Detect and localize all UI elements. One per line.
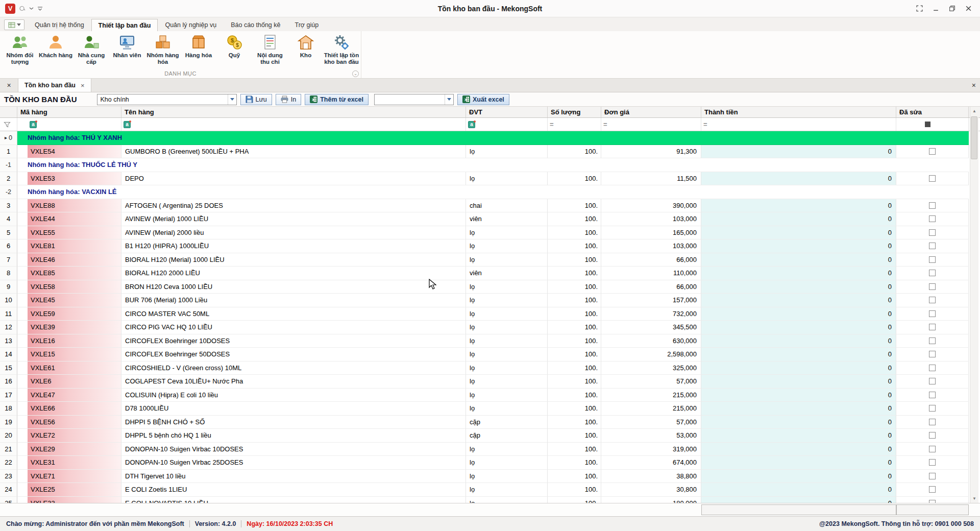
edited-checkbox[interactable] [929, 324, 936, 330]
cell-total[interactable]: 0 [701, 145, 896, 159]
cell-total[interactable]: 0 [701, 307, 896, 321]
cell-code[interactable]: VXLE88 [28, 199, 121, 213]
cell-code[interactable]: VXLE25 [28, 483, 121, 497]
cell-qty[interactable]: 100. [548, 334, 601, 348]
cell-code[interactable]: VXLE16 [28, 334, 121, 348]
cell-total[interactable]: 0 [701, 497, 896, 503]
cell-code[interactable]: VXLE66 [28, 402, 121, 416]
column-header-ten-hang[interactable]: Tên hàng [121, 107, 466, 117]
edited-checkbox[interactable] [929, 378, 936, 384]
edited-checkbox[interactable] [929, 351, 936, 357]
cell-total[interactable]: 0 [701, 239, 896, 253]
cell-total[interactable]: 0 [701, 334, 896, 348]
cell-name[interactable]: CIRCOFLEX Boehringer 50DOSES [121, 348, 466, 361]
row-number[interactable]: 19 [0, 416, 17, 429]
row-number[interactable]: 12 [0, 321, 17, 334]
cell-edited[interactable] [896, 389, 969, 402]
row-number[interactable]: 11 [0, 307, 17, 321]
ribbon-button-nha-cung-cap[interactable]: Nhà cung cấp [74, 33, 109, 70]
cell-price[interactable]: 103,000 [601, 239, 701, 253]
cell-code[interactable]: VXLE61 [28, 361, 121, 375]
cell-total[interactable]: 0 [701, 280, 896, 294]
ribbon-button-nhom-hang-hoa[interactable]: Nhóm hàng hóa [145, 33, 181, 70]
cell-edited[interactable] [896, 212, 969, 226]
cell-edited[interactable] [896, 321, 969, 334]
row-number[interactable]: 21 [0, 443, 17, 456]
edited-checkbox[interactable] [929, 215, 936, 222]
cell-total[interactable]: 0 [701, 267, 896, 280]
cell-edited[interactable] [896, 267, 969, 280]
save-button[interactable]: Lưu [240, 94, 272, 105]
cell-edited[interactable] [896, 280, 969, 294]
cell-edited[interactable] [896, 294, 969, 307]
edited-checkbox[interactable] [929, 243, 936, 249]
cell-price[interactable]: 11,500 [601, 172, 701, 186]
column-header-don-gia[interactable]: Đơn giá [601, 107, 701, 117]
cell-unit[interactable]: lọ [466, 443, 548, 456]
quick-access-circle-icon[interactable] [19, 5, 26, 12]
cell-unit[interactable]: lọ [466, 348, 548, 361]
cell-edited[interactable] [896, 361, 969, 375]
edited-checkbox[interactable] [929, 419, 936, 425]
document-tab-ton-kho-ban-dau[interactable]: Tồn kho ban đầu × [18, 79, 91, 92]
scrollbar-thumb[interactable] [971, 116, 977, 159]
cell-price[interactable]: 2,598,000 [601, 348, 701, 361]
ribbon-button-noi-dung-thu-chi[interactable]: Nội dung thu chi [252, 33, 288, 70]
cell-name[interactable]: CIRCOFLEX Boehringer 10DOSES [121, 334, 466, 348]
cell-qty[interactable]: 100. [548, 470, 601, 484]
cell-total[interactable]: 0 [701, 172, 896, 186]
cell-edited[interactable] [896, 239, 969, 253]
cell-total[interactable]: 0 [701, 416, 896, 429]
cell-total[interactable]: 0 [701, 321, 896, 334]
cell-qty[interactable]: 100. [548, 226, 601, 240]
restore-button[interactable] [945, 3, 959, 14]
cell-price[interactable]: 66,000 [601, 253, 701, 267]
edited-checkbox[interactable] [929, 486, 936, 493]
ribbon-tab-quan-ly-nghiep-vu[interactable]: Quản lý nghiệp vụ [158, 18, 224, 31]
cell-price[interactable]: 66,000 [601, 280, 701, 294]
ribbon-tab-quan-tri-he-thong[interactable]: Quản trị hệ thống [28, 18, 91, 31]
cell-name[interactable]: E COLI Zoetis 1LIEU [121, 483, 466, 497]
row-number[interactable]: 23 [0, 470, 17, 484]
cell-price[interactable]: 674,000 [601, 456, 701, 470]
cell-total[interactable]: 0 [701, 389, 896, 402]
cell-total[interactable]: 0 [701, 226, 896, 240]
combo-dropdown-icon[interactable] [445, 94, 453, 105]
edited-checkbox[interactable] [929, 365, 936, 371]
cell-code[interactable]: VXLE47 [28, 389, 121, 402]
cell-price[interactable]: 180,000 [601, 497, 701, 503]
cell-unit[interactable]: cặp [466, 416, 548, 429]
edited-checkbox[interactable] [929, 500, 936, 503]
cell-edited[interactable] [896, 443, 969, 456]
cell-price[interactable]: 38,800 [601, 470, 701, 484]
cell-edited[interactable] [896, 375, 969, 389]
column-header-da-sua[interactable]: Đã sửa [896, 107, 969, 117]
cell-name[interactable]: DEPO [121, 172, 466, 186]
row-number[interactable]: 7 [0, 253, 17, 267]
minimize-button[interactable] [929, 3, 942, 14]
row-number[interactable]: -2 [0, 185, 17, 199]
cell-code[interactable]: VXLE59 [28, 307, 121, 321]
filter-cell-da-sua[interactable] [896, 118, 969, 131]
edited-checkbox[interactable] [929, 148, 936, 155]
row-number[interactable]: 0 [0, 131, 17, 145]
edited-checkbox[interactable] [929, 459, 936, 466]
cell-total[interactable]: 0 [701, 402, 896, 416]
edited-checkbox[interactable] [929, 283, 936, 290]
cell-price[interactable]: 390,000 [601, 199, 701, 213]
cell-qty[interactable]: 100. [548, 389, 601, 402]
row-number[interactable]: 25 [0, 497, 17, 503]
cell-code[interactable]: VXLE81 [28, 239, 121, 253]
edited-checkbox[interactable] [929, 446, 936, 452]
cell-code[interactable]: VXLE58 [28, 280, 121, 294]
cell-edited[interactable] [896, 199, 969, 213]
cell-qty[interactable]: 100. [548, 267, 601, 280]
cell-name[interactable]: GUMBORO B (Greenvet) 500LIỀU + PHA [121, 145, 466, 159]
ribbon-group-launcher-icon[interactable]: ⌄ [352, 70, 359, 77]
cell-qty[interactable]: 100. [548, 294, 601, 307]
edited-checkbox[interactable] [929, 229, 936, 236]
group-row-label[interactable]: Nhóm hàng hóa: VACXIN LẺ [17, 185, 969, 199]
cell-price[interactable]: 630,000 [601, 334, 701, 348]
row-number[interactable]: 16 [0, 375, 17, 389]
cell-name[interactable]: BRON H120 Ceva 1000 LIỀU [121, 280, 466, 294]
